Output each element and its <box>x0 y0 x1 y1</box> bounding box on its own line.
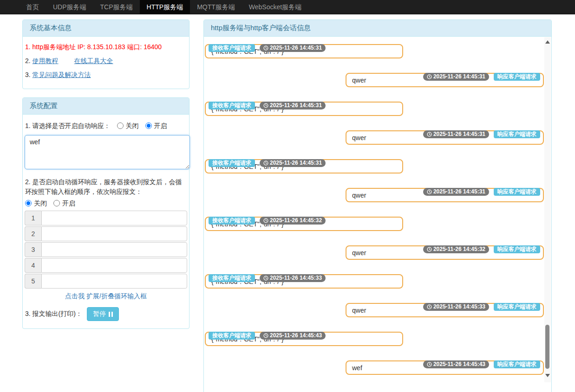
radio-label: 开启 <box>62 199 75 208</box>
main-content: 系统基本信息 1. http服务端地址 IP: 8.135.10.183 端口:… <box>0 14 575 392</box>
pause-button-label: 暂停 <box>93 310 106 318</box>
radio-label: 关闭 <box>34 199 47 208</box>
timestamp-badge: 2025-11-26 14:45:32 <box>260 217 326 225</box>
loop-response-row: 关闭 开启 <box>25 199 187 208</box>
nav-item-WebSocket服务端[interactable]: WebSocket服务端 <box>242 0 308 14</box>
receive-request-badge: 接收客户端请求 <box>209 44 255 52</box>
scrollbar[interactable] <box>544 37 551 382</box>
auto-response-row: 1. 请选择是否开启自动响应： 关闭 开启 <box>25 121 187 130</box>
message-receive: 接收客户端请求2025-11-26 14:45:43{"method":"GET… <box>205 332 403 351</box>
scroll-down-arrow[interactable] <box>545 374 550 377</box>
pause-button[interactable]: 暂停 <box>87 307 119 321</box>
timestamp-text: 2025-11-26 14:45:31 <box>433 74 485 80</box>
left-column: 系统基本信息 1. http服务端地址 IP: 8.135.10.183 端口:… <box>22 19 189 329</box>
loop-input-index: 4 <box>25 258 41 273</box>
message-badges: 接收客户端请求2025-11-26 14:45:33 <box>209 274 326 282</box>
receive-request-badge: 接收客户端请求 <box>209 274 255 282</box>
session-title: http服务端与http客户端会话信息 <box>204 20 551 37</box>
message-badges: 2025-11-26 14:45:31响应客户端请求 <box>423 188 540 196</box>
loop-off-radio[interactable] <box>25 200 32 206</box>
loop-on-option[interactable]: 开启 <box>53 199 75 208</box>
loop-input-5[interactable] <box>41 274 187 289</box>
nav-item-UDP服务端[interactable]: UDP服务端 <box>46 0 93 14</box>
message-badges: 2025-11-26 14:45:33响应客户端请求 <box>423 303 540 311</box>
message-respond: 2025-11-26 14:45:31响应客户端请求qwer <box>346 188 544 207</box>
loop-input-index: 5 <box>25 274 41 289</box>
output-label: 3. 报文输出(打印)： <box>25 310 82 318</box>
faq-line: 3. 常见问题及解决方法 <box>25 70 187 79</box>
timestamp-text: 2025-11-26 14:45:31 <box>433 131 485 137</box>
session-panel: http服务端与http客户端会话信息 接收客户端请求2025-11-26 14… <box>203 19 552 392</box>
timestamp-text: 2025-11-26 14:45:43 <box>433 361 485 367</box>
loop-input-4[interactable] <box>41 258 187 273</box>
clock-icon <box>263 103 268 108</box>
timestamp-text: 2025-11-26 14:45:43 <box>270 333 322 339</box>
message-badges: 接收客户端请求2025-11-26 14:45:32 <box>209 217 326 225</box>
timestamp-text: 2025-11-26 14:45:32 <box>433 246 485 252</box>
loop-input-row: 1 <box>25 211 187 225</box>
timestamp-badge: 2025-11-26 14:45:31 <box>423 188 489 196</box>
auto-response-off-radio[interactable] <box>117 122 124 129</box>
nav-item-TCP服务端[interactable]: TCP服务端 <box>93 0 140 14</box>
radio-label: 关闭 <box>126 121 139 130</box>
radio-label: 开启 <box>154 121 167 130</box>
timestamp-badge: 2025-11-26 14:45:33 <box>260 274 326 282</box>
message-receive: 接收客户端请求2025-11-26 14:45:33{"method":"GET… <box>205 274 403 294</box>
nav-item-HTTP服务端[interactable]: HTTP服务端 <box>140 0 190 14</box>
message-badges: 2025-11-26 14:45:31响应客户端请求 <box>423 130 540 138</box>
message-receive: 接收客户端请求2025-11-26 14:45:31{"method":"GET… <box>205 44 403 64</box>
line-number: 3. <box>25 71 33 78</box>
timestamp-badge: 2025-11-26 14:45:32 <box>423 245 489 253</box>
loop-input-2[interactable] <box>41 226 187 241</box>
clock-icon <box>427 189 432 194</box>
loop-input-row: 2 <box>25 226 187 241</box>
loop-input-row: 5 <box>25 274 187 289</box>
tools-link[interactable]: 在线工具大全 <box>74 57 113 64</box>
timestamp-badge: 2025-11-26 14:45:31 <box>423 73 489 81</box>
respond-request-badge: 响应客户端请求 <box>494 188 540 196</box>
clock-icon <box>427 304 432 309</box>
loop-input-3[interactable] <box>41 242 187 257</box>
tutorial-link[interactable]: 使用教程 <box>33 57 59 64</box>
message-respond: 2025-11-26 14:45:43响应客户端请求wef <box>346 360 544 380</box>
timestamp-badge: 2025-11-26 14:45:31 <box>260 159 326 167</box>
loop-input-index: 1 <box>25 211 41 225</box>
session-message-area: 接收客户端请求2025-11-26 14:45:31{"method":"GET… <box>204 37 551 392</box>
auto-response-on-option[interactable]: 开启 <box>145 121 167 130</box>
clock-icon <box>427 247 432 252</box>
respond-request-badge: 响应客户端请求 <box>494 360 540 368</box>
timestamp-badge: 2025-11-26 14:45:33 <box>423 303 489 311</box>
nav-item-首页[interactable]: 首页 <box>19 0 46 14</box>
respond-request-badge: 响应客户端请求 <box>494 73 540 81</box>
receive-request-badge: 接收客户端请求 <box>209 159 255 167</box>
message-respond: 2025-11-26 14:45:31响应客户端请求qwer <box>346 73 544 92</box>
pause-icon <box>109 312 113 317</box>
nav-item-MQTT服务端[interactable]: MQTT服务端 <box>190 0 242 14</box>
auto-response-off-option[interactable]: 关闭 <box>117 121 139 130</box>
respond-request-badge: 响应客户端请求 <box>494 130 540 138</box>
loop-response-description: 2. 是否启动自动循环响应，服务器接收到报文后，会循环按照下输入框的顺序，依次响… <box>25 177 187 197</box>
faq-link[interactable]: 常见问题及解决方法 <box>33 71 91 78</box>
loop-input-1[interactable] <box>41 211 187 225</box>
message-receive: 接收客户端请求2025-11-26 14:45:31{"method":"GET… <box>205 102 403 121</box>
auto-response-on-radio[interactable] <box>145 122 152 129</box>
expand-collapse-link[interactable]: 点击我 扩展/折叠循环输入框 <box>65 292 147 300</box>
clock-icon <box>427 74 432 79</box>
loop-off-option[interactable]: 关闭 <box>25 199 47 208</box>
loop-input-index: 3 <box>25 242 41 257</box>
loop-on-radio[interactable] <box>53 200 60 206</box>
auto-response-textarea[interactable] <box>25 135 190 169</box>
clock-icon <box>427 132 432 137</box>
message-badges: 2025-11-26 14:45:31响应客户端请求 <box>423 73 540 81</box>
loop-input-index: 2 <box>25 226 41 241</box>
system-config-title: 系统配置 <box>23 98 189 115</box>
message-respond: 2025-11-26 14:45:32响应客户端请求qwer <box>346 245 544 265</box>
loop-input-row: 3 <box>25 242 187 257</box>
loop-input-row: 4 <box>25 258 187 273</box>
scrollbar-thumb[interactable] <box>545 325 549 369</box>
scroll-up-arrow[interactable] <box>545 40 550 44</box>
output-row: 3. 报文输出(打印)： 暂停 <box>25 307 187 321</box>
respond-request-badge: 响应客户端请求 <box>494 303 540 311</box>
timestamp-text: 2025-11-26 14:45:33 <box>270 275 322 281</box>
timestamp-text: 2025-11-26 14:45:33 <box>433 304 485 310</box>
